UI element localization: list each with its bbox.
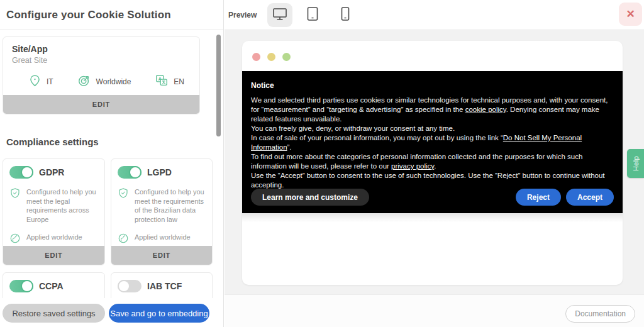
accept-button[interactable]: Accept	[566, 189, 614, 206]
site-attributes-row: IT Worldwide A	[3, 65, 199, 89]
lgpd-label: LGPD	[147, 167, 172, 177]
right-panel: Preview	[225, 0, 644, 327]
site-country: IT	[28, 74, 53, 89]
documentation-button[interactable]: Documentation	[565, 305, 635, 323]
desktop-icon	[272, 6, 288, 23]
worldwide-icon	[118, 233, 129, 247]
lgpd-scope: Applied worldwide	[135, 233, 191, 247]
page-title: Configure your Cookie Solution	[6, 9, 171, 21]
reject-button[interactable]: Reject	[516, 189, 561, 206]
save-and-embed-button[interactable]: Save and go to embedding	[109, 304, 209, 323]
tablet-icon	[306, 6, 319, 23]
right-footer-bar: Documentation	[225, 294, 644, 327]
notice-body: We and selected third parties use cookie…	[251, 96, 614, 190]
gdpr-description: Configured to help you meet the legal re…	[26, 187, 99, 224]
close-button[interactable]: ✕	[619, 3, 642, 26]
gdpr-label: GDPR	[39, 167, 64, 177]
ccpa-toggle[interactable]	[9, 280, 33, 292]
compliance-settings-heading: Compliance settings	[6, 136, 99, 147]
learn-more-button[interactable]: Learn more and customize	[251, 189, 369, 206]
privacy-policy-link[interactable]: privacy policy	[391, 162, 434, 170]
cookie-notice-banner: Notice We and selected third parties use…	[242, 71, 623, 213]
cookie-policy-link[interactable]: cookie policy	[465, 106, 506, 113]
iab-tcf-label: IAB TCF	[147, 281, 182, 291]
notice-buttons-row: Learn more and customize Reject Accept	[251, 189, 614, 206]
notice-title: Notice	[251, 81, 614, 90]
shield-check-icon	[118, 187, 129, 224]
device-desktop-button[interactable]	[267, 3, 292, 27]
site-app-card: Site/App Great Site IT	[3, 36, 200, 114]
translate-icon: A	[155, 74, 169, 89]
preview-label: Preview	[228, 11, 257, 19]
banner-shadow	[242, 213, 623, 222]
preview-area: Notice We and selected third parties use…	[225, 30, 644, 294]
left-panel: Configure your Cookie Solution Site/App …	[0, 0, 224, 327]
mobile-icon	[340, 6, 350, 23]
left-panel-scrollbar[interactable]	[216, 35, 221, 136]
browser-window-dots	[242, 41, 623, 61]
site-scope-label: Worldwide	[96, 77, 131, 86]
target-icon	[77, 74, 91, 89]
lgpd-toggle[interactable]	[118, 166, 142, 179]
window-dot-green	[282, 53, 291, 61]
site-language-label: EN	[174, 77, 184, 86]
site-edit-button[interactable]: EDIT	[3, 95, 199, 114]
site-app-label: Site/App	[12, 44, 191, 54]
browser-mockup: Notice We and selected third parties use…	[242, 41, 623, 285]
gdpr-edit-button[interactable]: EDIT	[3, 246, 104, 265]
help-tab-label: Help	[631, 156, 639, 171]
compliance-card-gdpr: GDPR Configured to help you meet the leg…	[3, 158, 105, 265]
compliance-card-lgpd: LGPD Configured to help you meet the req…	[111, 158, 213, 265]
iab-tcf-toggle[interactable]	[118, 280, 142, 292]
lgpd-edit-button[interactable]: EDIT	[111, 246, 212, 265]
help-tab[interactable]: Help	[627, 149, 644, 178]
left-action-bar: Restore saved settings Save and go to em…	[0, 298, 224, 327]
left-header: Configure your Cookie Solution	[0, 0, 224, 30]
location-pin-icon	[28, 74, 42, 89]
close-icon: ✕	[626, 8, 635, 21]
device-mobile-button[interactable]	[333, 3, 358, 27]
window-dot-red	[252, 53, 260, 61]
site-scope: Worldwide	[77, 74, 131, 89]
restore-saved-settings-button[interactable]: Restore saved settings	[3, 304, 105, 323]
site-name: Great Site	[12, 56, 191, 65]
lgpd-description: Configured to help you meet the requirem…	[135, 187, 207, 224]
ccpa-label: CCPA	[39, 281, 64, 291]
site-language: A EN	[155, 74, 184, 89]
gdpr-toggle[interactable]	[9, 166, 33, 179]
gdpr-scope: Applied worldwide	[26, 233, 82, 247]
worldwide-icon	[9, 233, 21, 247]
site-country-label: IT	[47, 77, 53, 86]
window-dot-yellow	[267, 53, 275, 61]
device-tablet-button[interactable]	[300, 3, 325, 27]
preview-toolbar: Preview	[225, 0, 644, 30]
shield-check-icon	[9, 187, 21, 224]
